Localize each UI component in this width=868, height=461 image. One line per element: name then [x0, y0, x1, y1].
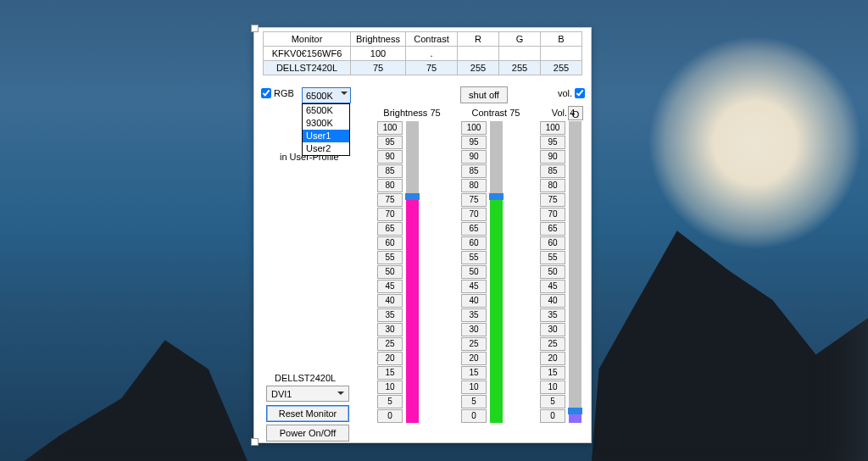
slider-step-button[interactable]: 45 — [540, 280, 565, 293]
monitor-table: Monitor Brightness Contrast R G B KFKV0€… — [263, 31, 582, 75]
slider-step-button[interactable]: 55 — [540, 251, 565, 264]
slider-step-button[interactable]: 60 — [461, 236, 487, 250]
slider-step-button[interactable]: 90 — [540, 150, 565, 164]
slider-step-button[interactable]: 55 — [377, 251, 403, 264]
slider-step-button[interactable]: 90 — [377, 150, 403, 164]
slider-step-button[interactable]: 50 — [540, 265, 565, 279]
slider-step-button[interactable]: 5 — [461, 395, 487, 408]
slider-step-button[interactable]: 45 — [377, 280, 403, 293]
slider-step-button[interactable]: 15 — [377, 366, 403, 380]
table-row[interactable]: KFKV0€156WF6100. — [264, 47, 582, 61]
slider-step-button[interactable]: 65 — [461, 222, 487, 236]
slider-step-button[interactable]: 15 — [540, 366, 565, 380]
slider-step-button[interactable]: 30 — [461, 323, 487, 336]
desktop-wallpaper: Monitor Brightness Contrast R G B KFKV0€… — [0, 0, 868, 461]
monitor-control-window: Monitor Brightness Contrast R G B KFKV0€… — [253, 27, 592, 443]
slider-step-button[interactable]: 95 — [377, 136, 403, 149]
slider-step-button[interactable]: 75 — [377, 193, 403, 207]
slider-step-button[interactable]: 85 — [461, 164, 487, 178]
colortemp-option[interactable]: User2 — [303, 142, 349, 155]
slider-step-button[interactable]: 20 — [461, 352, 487, 365]
brightness-fill — [406, 197, 419, 423]
slider-step-button[interactable]: 15 — [461, 366, 487, 380]
colortemp-option[interactable]: 9300K — [303, 117, 349, 130]
slider-step-button[interactable]: 80 — [377, 179, 403, 192]
brightness-track[interactable] — [406, 121, 419, 423]
slider-step-button[interactable]: 0 — [540, 409, 565, 423]
slider-step-button[interactable]: 65 — [377, 222, 403, 236]
slider-step-button[interactable]: 5 — [540, 395, 565, 408]
colortemp-combobox[interactable]: 6500K — [302, 87, 351, 103]
slider-step-button[interactable]: 40 — [540, 294, 565, 308]
rgb-checkbox-input[interactable] — [261, 88, 271, 98]
colortemp-option[interactable]: User1 — [303, 130, 349, 142]
slider-step-button[interactable]: 25 — [377, 337, 403, 351]
slider-step-button[interactable]: 65 — [540, 222, 565, 236]
reset-monitor-button[interactable]: Reset Monitor — [266, 405, 349, 422]
slider-step-button[interactable]: 35 — [461, 308, 487, 322]
slider-step-button[interactable]: 5 — [377, 395, 403, 408]
vol-checkbox-input[interactable] — [575, 88, 585, 98]
slider-step-button[interactable]: 20 — [377, 352, 403, 365]
slider-step-button[interactable]: 10 — [540, 380, 565, 394]
slider-step-button[interactable]: 35 — [540, 308, 565, 322]
slider-step-button[interactable]: 85 — [377, 164, 403, 178]
volume-track[interactable] — [569, 121, 581, 423]
slider-step-button[interactable]: 70 — [377, 208, 403, 221]
slider-step-button[interactable]: 0 — [461, 409, 487, 423]
col-contrast: Contrast — [406, 32, 458, 47]
slider-step-button[interactable]: 95 — [540, 136, 565, 149]
slider-step-button[interactable]: 40 — [377, 294, 403, 308]
shutoff-button[interactable]: shut off — [460, 86, 508, 103]
slider-step-button[interactable]: 100 — [540, 121, 565, 135]
slider-step-button[interactable]: 35 — [377, 308, 403, 322]
slider-step-button[interactable]: 10 — [461, 380, 487, 394]
table-cell: 255 — [458, 61, 499, 75]
slider-step-button[interactable]: 45 — [461, 280, 487, 293]
slider-step-button[interactable]: 0 — [377, 409, 403, 423]
slider-step-button[interactable]: 40 — [461, 294, 487, 308]
slider-step-button[interactable]: 75 — [461, 193, 487, 207]
slider-step-button[interactable]: 50 — [377, 265, 403, 279]
slider-step-button[interactable]: 85 — [540, 164, 565, 178]
resize-handle-bottom-left[interactable] — [251, 438, 259, 446]
power-onoff-button[interactable]: Power On/Off — [266, 425, 349, 442]
contrast-thumb[interactable] — [489, 193, 504, 200]
colortemp-selected: 6500K — [306, 91, 333, 101]
table-cell: DELLST2420L — [264, 61, 351, 75]
slider-step-button[interactable]: 100 — [461, 121, 487, 135]
slider-step-button[interactable]: 90 — [461, 150, 487, 164]
table-row[interactable]: DELLST2420L7575255255255 — [264, 61, 582, 75]
slider-step-button[interactable]: 80 — [540, 179, 565, 192]
table-cell: KFKV0€156WF6 — [264, 47, 351, 61]
table-cell — [499, 47, 541, 61]
colortemp-dropdown[interactable]: 6500K9300KUser1User2 — [302, 103, 350, 156]
input-select[interactable]: DVI1 — [266, 386, 349, 402]
slider-step-button[interactable]: 25 — [540, 337, 565, 351]
brightness-thumb[interactable] — [405, 193, 420, 200]
table-cell — [541, 47, 582, 61]
table-cell: . — [406, 47, 458, 61]
slider-step-button[interactable]: 80 — [461, 179, 487, 192]
resize-handle-top-left[interactable] — [251, 25, 259, 32]
col-monitor: Monitor — [264, 32, 351, 47]
slider-step-button[interactable]: 50 — [461, 265, 487, 279]
volume-thumb[interactable] — [568, 408, 582, 414]
slider-step-button[interactable]: 30 — [377, 323, 403, 336]
slider-step-button[interactable]: 95 — [461, 136, 487, 149]
rgb-checkbox[interactable]: RGB — [261, 88, 294, 98]
slider-step-button[interactable]: 55 — [461, 251, 487, 264]
slider-step-button[interactable]: 70 — [461, 208, 487, 221]
contrast-track[interactable] — [490, 121, 503, 423]
slider-step-button[interactable]: 30 — [540, 323, 565, 336]
slider-step-button[interactable]: 60 — [377, 236, 403, 250]
slider-step-button[interactable]: 100 — [377, 121, 403, 135]
slider-step-button[interactable]: 70 — [540, 208, 565, 221]
vol-checkbox[interactable]: vol. — [558, 88, 585, 98]
slider-step-button[interactable]: 25 — [461, 337, 487, 351]
slider-step-button[interactable]: 75 — [540, 193, 565, 207]
colortemp-option[interactable]: 6500K — [303, 104, 349, 117]
slider-step-button[interactable]: 20 — [540, 352, 565, 365]
slider-step-button[interactable]: 10 — [377, 380, 403, 394]
slider-step-button[interactable]: 60 — [540, 236, 565, 250]
